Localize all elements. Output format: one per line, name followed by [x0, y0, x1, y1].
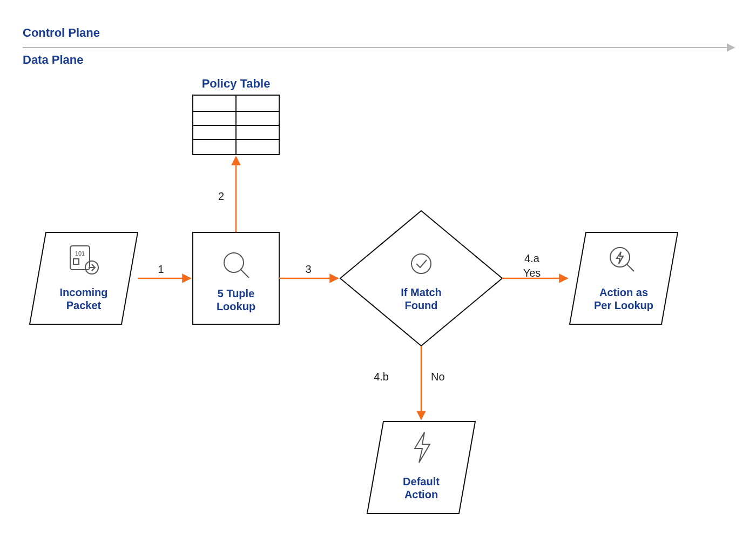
- incoming-packet-label-l2: Packet: [66, 299, 102, 311]
- lookup-node: 5 Tuple Lookup: [193, 232, 279, 324]
- lookup-label-l1: 5 Tuple: [218, 287, 255, 299]
- header: Control Plane Data Plane: [23, 26, 734, 66]
- edge-3-num: 3: [305, 263, 311, 275]
- decision-label-l1: If Match: [401, 286, 442, 298]
- edge-4b-num: 4.b: [374, 371, 389, 383]
- svg-marker-12: [340, 211, 502, 346]
- edge-2-num: 2: [218, 190, 224, 202]
- action-lookup-node: Action as Per Lookup: [570, 232, 678, 324]
- action-lookup-label-l2: Per Lookup: [594, 299, 653, 311]
- action-lookup-label-l1: Action as: [599, 286, 648, 298]
- data-plane-label: Data Plane: [23, 53, 84, 66]
- edge-1: 1: [138, 263, 191, 278]
- edge-3: 3: [279, 263, 338, 278]
- policy-table-label: Policy Table: [202, 77, 271, 90]
- edge-4b-branch: No: [431, 371, 445, 383]
- edge-4a-num: 4.a: [524, 252, 540, 264]
- edge-1-num: 1: [158, 263, 164, 275]
- decision-label-l2: Found: [404, 299, 437, 311]
- decision-node: If Match Found: [340, 211, 502, 346]
- policy-table-node: Policy Table: [193, 77, 279, 155]
- incoming-packet-label-l1: Incoming: [60, 286, 108, 298]
- edge-4a-branch: Yes: [523, 267, 541, 279]
- edge-4b: 4.b No: [374, 346, 444, 419]
- control-plane-label: Control Plane: [23, 26, 100, 39]
- svg-text:101: 101: [75, 250, 85, 257]
- edge-2: 2: [218, 157, 236, 232]
- default-action-node: Default Action: [367, 422, 475, 513]
- edge-4a: 4.a Yes: [502, 252, 568, 279]
- default-action-label-l2: Action: [404, 489, 438, 500]
- default-action-label-l1: Default: [403, 476, 440, 487]
- lookup-label-l2: Lookup: [217, 300, 255, 312]
- incoming-packet-node: 101 Incoming Packet: [30, 232, 138, 324]
